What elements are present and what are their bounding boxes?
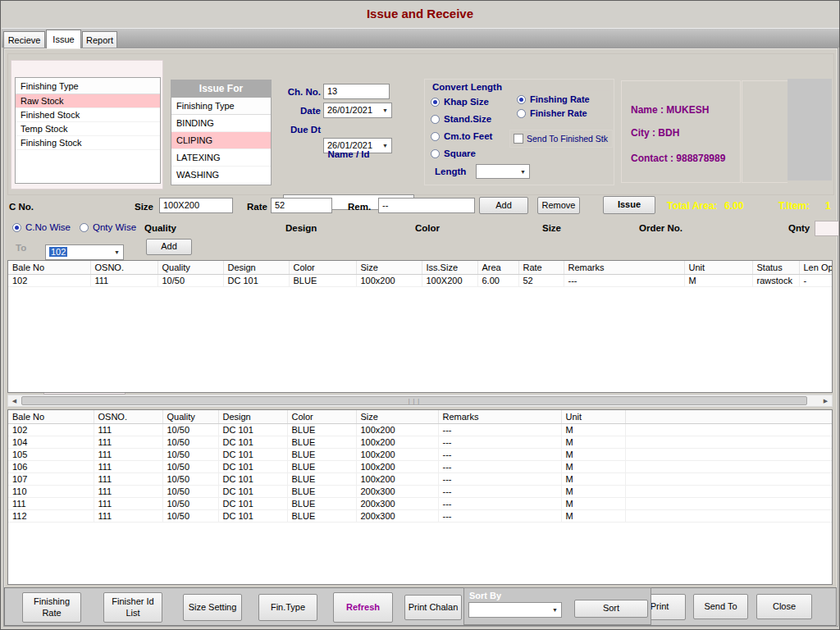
stock-grid-cell[interactable]: 10/50: [162, 473, 218, 486]
stock-grid-cell[interactable]: DC 101: [218, 473, 287, 486]
stock-grid-row[interactable]: 10611110/50DC 101BLUE100x200---M: [8, 461, 833, 473]
stock-grid-cell[interactable]: BLUE: [287, 473, 356, 486]
issue-grid-hscrollbar[interactable]: ◀ | | | ▶: [7, 395, 833, 407]
issue-grid-column-header[interactable]: Quality: [158, 261, 223, 275]
stock-grid-row[interactable]: 10511110/50DC 101BLUE100x200---M: [8, 449, 833, 461]
stock-grid-cell[interactable]: 111: [94, 473, 162, 486]
stock-type-item[interactable]: Finished Stock: [16, 108, 160, 122]
issue-for-item[interactable]: BINDING: [171, 115, 271, 132]
issue-grid-column-header[interactable]: Bale No: [8, 261, 90, 275]
stock-grid-cell[interactable]: [625, 473, 833, 486]
issue-grid-cell[interactable]: M: [684, 275, 752, 287]
stock-grid-column-header[interactable]: Bale No: [8, 410, 94, 424]
stock-grid-column-header[interactable]: Design: [218, 410, 287, 424]
issue-grid-cell[interactable]: ---: [564, 275, 684, 287]
issue-grid-column-header[interactable]: Area: [477, 261, 518, 275]
rate-radio[interactable]: [517, 95, 526, 104]
stock-grid-cell[interactable]: 105: [8, 449, 94, 461]
issue-grid-cell[interactable]: 100X200: [422, 275, 477, 287]
stock-grid-row[interactable]: 10711110/50DC 101BLUE100x200---M: [8, 473, 833, 486]
send-to-button[interactable]: Send To: [693, 594, 748, 619]
stock-grid-column-header[interactable]: Remarks: [438, 410, 561, 424]
rate-radio[interactable]: [517, 109, 526, 118]
stock-grid-cell[interactable]: [625, 510, 833, 523]
stock-grid-column-header[interactable]: Quality: [162, 410, 218, 424]
date-picker[interactable]: 26/01/2021▼: [323, 103, 392, 118]
stock-grid-row[interactable]: 11211110/50DC 101BLUE200x300---M: [8, 510, 833, 523]
stock-grid-cell[interactable]: 200x300: [356, 498, 438, 510]
stock-grid-cell[interactable]: DC 101: [218, 424, 287, 436]
print-chalan-button[interactable]: Print Chalan: [404, 595, 462, 620]
stock-grid-cell[interactable]: 111: [94, 461, 162, 473]
stock-grid-cell[interactable]: M: [561, 486, 625, 498]
stock-grid-column-header[interactable]: Unit: [561, 410, 625, 424]
stock-grid-cell[interactable]: BLUE: [287, 424, 356, 436]
stock-grid-cell[interactable]: BLUE: [287, 510, 356, 523]
stock-grid-cell[interactable]: BLUE: [287, 461, 356, 473]
stock-type-item[interactable]: Finishing Stock: [16, 136, 160, 150]
stock-grid-cell[interactable]: 10/50: [162, 486, 218, 498]
issue-grid-column-header[interactable]: Color: [289, 261, 356, 275]
stock-grid-cell[interactable]: DC 101: [218, 449, 287, 461]
issue-grid-cell[interactable]: rawstock: [752, 275, 799, 287]
fin-type-button[interactable]: Fin.Type: [258, 594, 317, 621]
issue-for-item[interactable]: WASHING: [171, 167, 271, 184]
stock-grid-cell[interactable]: 106: [8, 461, 94, 473]
convert-length-radio[interactable]: [431, 149, 440, 158]
stock-grid-cell[interactable]: 111: [94, 510, 162, 523]
stock-grid-row[interactable]: 11011110/50DC 101BLUE200x300---M: [8, 486, 833, 498]
stock-grid-cell[interactable]: 110: [8, 486, 94, 498]
stock-grid-cell[interactable]: 111: [94, 424, 162, 436]
stock-grid-cell[interactable]: M: [561, 510, 625, 523]
stock-grid-cell[interactable]: [625, 498, 833, 510]
remove-button[interactable]: Remove: [537, 197, 580, 214]
stock-grid-column-header[interactable]: Size: [356, 410, 438, 424]
issue-button[interactable]: Issue: [603, 196, 655, 214]
stock-grid-cell[interactable]: M: [561, 449, 625, 461]
issue-grid-cell[interactable]: 52: [518, 275, 564, 287]
stock-grid-cell[interactable]: 200x300: [356, 510, 438, 523]
issue-grid-column-header[interactable]: Status: [752, 261, 799, 275]
stock-grid-cell[interactable]: [625, 449, 833, 461]
issue-grid-cell[interactable]: 6.00: [477, 275, 518, 287]
close-button[interactable]: Close: [756, 594, 812, 619]
tab-recieve[interactable]: Recieve: [3, 31, 45, 48]
issue-grid-cell[interactable]: 111: [90, 275, 158, 287]
stock-grid-cell[interactable]: M: [561, 473, 625, 486]
stock-grid-cell[interactable]: 100x200: [356, 424, 438, 436]
stock-grid-cell[interactable]: [625, 461, 833, 473]
convert-length-radio[interactable]: [431, 98, 440, 107]
stock-grid-cell[interactable]: ---: [438, 424, 561, 436]
stock-grid-cell[interactable]: [625, 436, 833, 449]
stock-grid-cell[interactable]: DC 101: [218, 510, 287, 523]
stock-grid-cell[interactable]: M: [561, 436, 625, 449]
issue-for-item[interactable]: CLIPING: [171, 132, 271, 149]
finishing-rate-button[interactable]: Finishing Rate: [22, 592, 81, 623]
stock-grid-row[interactable]: 11111110/50DC 101BLUE200x300---M: [8, 498, 833, 510]
stock-grid-cell[interactable]: ---: [438, 498, 561, 510]
issue-grid-column-header[interactable]: Rate: [518, 261, 564, 275]
stock-grid-cell[interactable]: ---: [438, 436, 561, 449]
convert-length-radio[interactable]: [431, 132, 440, 141]
stock-grid-cell[interactable]: ---: [438, 473, 561, 486]
tab-issue[interactable]: Issue: [46, 30, 81, 48]
stock-grid-cell[interactable]: [625, 486, 833, 498]
stock-grid-cell[interactable]: ---: [438, 510, 561, 523]
stock-grid-cell[interactable]: BLUE: [287, 436, 356, 449]
stock-grid-cell[interactable]: 200x300: [356, 486, 438, 498]
stock-grid-cell[interactable]: 10/50: [162, 510, 218, 523]
qnty-input[interactable]: [815, 221, 839, 236]
stock-grid-cell[interactable]: 102: [8, 424, 94, 436]
stock-grid-cell[interactable]: 10/50: [162, 436, 218, 449]
stock-grid-cell[interactable]: 100x200: [356, 436, 438, 449]
issue-grid-cell[interactable]: DC 101: [223, 275, 289, 287]
size-input[interactable]: 100X200: [159, 198, 233, 213]
stock-grid-cell[interactable]: DC 101: [218, 486, 287, 498]
scroll-thumb[interactable]: | | |: [21, 396, 807, 405]
issue-grid-column-header[interactable]: Iss.Size: [422, 261, 477, 275]
issue-grid-cell[interactable]: BLUE: [289, 275, 356, 287]
issue-grid-column-header[interactable]: Size: [356, 261, 422, 275]
stock-grid-cell[interactable]: DC 101: [218, 436, 287, 449]
stock-grid-cell[interactable]: DC 101: [218, 498, 287, 510]
tab-report[interactable]: Report: [82, 31, 117, 48]
